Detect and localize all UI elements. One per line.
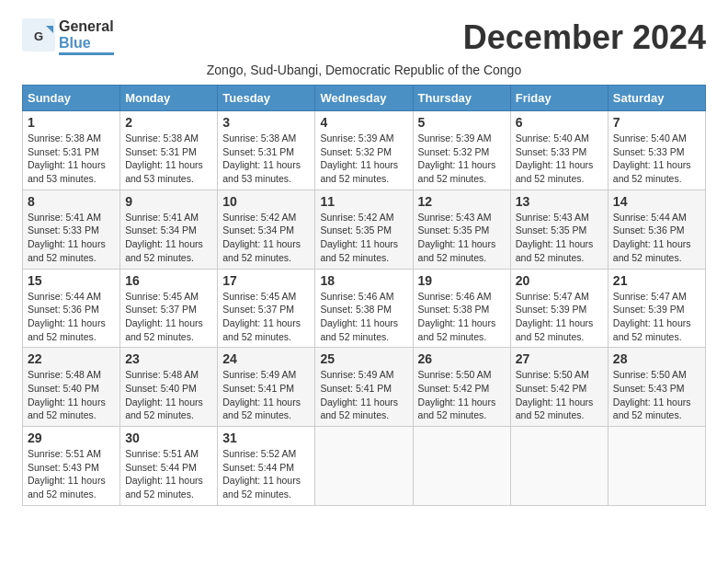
day-number: 10	[222, 194, 310, 209]
month-title: December 2024	[463, 18, 706, 57]
table-row: 12Sunrise: 5:43 AMSunset: 5:35 PMDayligh…	[413, 190, 510, 269]
table-row: 28Sunrise: 5:50 AMSunset: 5:43 PMDayligh…	[608, 348, 705, 427]
day-info: Sunrise: 5:45 AMSunset: 5:37 PMDaylight:…	[222, 290, 310, 344]
calendar-week-row: 8Sunrise: 5:41 AMSunset: 5:33 PMDaylight…	[23, 190, 706, 269]
day-info: Sunrise: 5:41 AMSunset: 5:33 PMDaylight:…	[28, 211, 115, 265]
table-row	[315, 427, 413, 506]
table-row: 4Sunrise: 5:39 AMSunset: 5:32 PMDaylight…	[315, 111, 413, 190]
day-info: Sunrise: 5:43 AMSunset: 5:35 PMDaylight:…	[418, 211, 506, 265]
table-row	[413, 427, 510, 506]
day-number: 18	[320, 273, 407, 288]
table-row: 5Sunrise: 5:39 AMSunset: 5:32 PMDaylight…	[413, 111, 510, 190]
table-row: 30Sunrise: 5:51 AMSunset: 5:44 PMDayligh…	[120, 427, 218, 506]
calendar-header-row: Sunday Monday Tuesday Wednesday Thursday…	[23, 86, 706, 111]
day-info: Sunrise: 5:46 AMSunset: 5:38 PMDaylight:…	[418, 290, 506, 344]
day-info: Sunrise: 5:50 AMSunset: 5:42 PMDaylight:…	[516, 368, 603, 422]
day-number: 3	[222, 115, 310, 130]
day-number: 13	[516, 194, 603, 209]
table-row: 3Sunrise: 5:38 AMSunset: 5:31 PMDaylight…	[218, 111, 315, 190]
day-info: Sunrise: 5:39 AMSunset: 5:32 PMDaylight:…	[320, 132, 407, 186]
page-header: G General Blue December 2024	[22, 18, 706, 57]
calendar-week-row: 15Sunrise: 5:44 AMSunset: 5:36 PMDayligh…	[23, 269, 706, 348]
day-info: Sunrise: 5:43 AMSunset: 5:35 PMDaylight:…	[516, 211, 603, 265]
day-info: Sunrise: 5:45 AMSunset: 5:37 PMDaylight:…	[125, 290, 212, 344]
day-number: 31	[222, 431, 310, 445]
day-info: Sunrise: 5:49 AMSunset: 5:41 PMDaylight:…	[222, 368, 310, 422]
col-saturday: Saturday	[608, 86, 705, 111]
day-info: Sunrise: 5:42 AMSunset: 5:35 PMDaylight:…	[320, 211, 407, 265]
col-wednesday: Wednesday	[315, 86, 413, 111]
day-number: 15	[28, 273, 115, 288]
day-info: Sunrise: 5:51 AMSunset: 5:43 PMDaylight:…	[28, 447, 115, 501]
table-row	[608, 427, 705, 506]
table-row: 20Sunrise: 5:47 AMSunset: 5:39 PMDayligh…	[510, 269, 608, 348]
day-number: 4	[320, 115, 407, 130]
day-number: 20	[516, 273, 603, 288]
day-info: Sunrise: 5:42 AMSunset: 5:34 PMDaylight:…	[222, 211, 310, 265]
table-row: 1Sunrise: 5:38 AMSunset: 5:31 PMDaylight…	[23, 111, 120, 190]
table-row: 11Sunrise: 5:42 AMSunset: 5:35 PMDayligh…	[315, 190, 413, 269]
day-info: Sunrise: 5:50 AMSunset: 5:42 PMDaylight:…	[418, 368, 506, 422]
day-number: 17	[222, 273, 310, 288]
logo-line2: Blue	[59, 35, 114, 52]
table-row: 25Sunrise: 5:49 AMSunset: 5:41 PMDayligh…	[315, 348, 413, 427]
day-number: 1	[28, 115, 115, 130]
table-row: 29Sunrise: 5:51 AMSunset: 5:43 PMDayligh…	[23, 427, 120, 506]
day-info: Sunrise: 5:48 AMSunset: 5:40 PMDaylight:…	[125, 368, 212, 422]
day-number: 9	[125, 194, 212, 209]
day-info: Sunrise: 5:47 AMSunset: 5:39 PMDaylight:…	[613, 290, 700, 344]
day-number: 12	[418, 194, 506, 209]
table-row: 9Sunrise: 5:41 AMSunset: 5:34 PMDaylight…	[120, 190, 218, 269]
day-info: Sunrise: 5:40 AMSunset: 5:33 PMDaylight:…	[613, 132, 700, 186]
table-row: 7Sunrise: 5:40 AMSunset: 5:33 PMDaylight…	[608, 111, 705, 190]
calendar-table: Sunday Monday Tuesday Wednesday Thursday…	[22, 85, 706, 506]
day-info: Sunrise: 5:49 AMSunset: 5:41 PMDaylight:…	[320, 368, 407, 422]
day-info: Sunrise: 5:48 AMSunset: 5:40 PMDaylight:…	[28, 368, 115, 422]
table-row: 8Sunrise: 5:41 AMSunset: 5:33 PMDaylight…	[23, 190, 120, 269]
day-number: 5	[418, 115, 506, 130]
day-info: Sunrise: 5:38 AMSunset: 5:31 PMDaylight:…	[125, 132, 212, 186]
table-row: 19Sunrise: 5:46 AMSunset: 5:38 PMDayligh…	[413, 269, 510, 348]
day-number: 11	[320, 194, 407, 209]
day-info: Sunrise: 5:40 AMSunset: 5:33 PMDaylight:…	[516, 132, 603, 186]
day-number: 30	[125, 431, 212, 445]
table-row: 27Sunrise: 5:50 AMSunset: 5:42 PMDayligh…	[510, 348, 608, 427]
table-row: 13Sunrise: 5:43 AMSunset: 5:35 PMDayligh…	[510, 190, 608, 269]
day-number: 22	[28, 351, 115, 366]
table-row: 17Sunrise: 5:45 AMSunset: 5:37 PMDayligh…	[218, 269, 315, 348]
table-row: 2Sunrise: 5:38 AMSunset: 5:31 PMDaylight…	[120, 111, 218, 190]
day-number: 16	[125, 273, 212, 288]
day-info: Sunrise: 5:44 AMSunset: 5:36 PMDaylight:…	[28, 290, 115, 344]
table-row: 6Sunrise: 5:40 AMSunset: 5:33 PMDaylight…	[510, 111, 608, 190]
day-info: Sunrise: 5:46 AMSunset: 5:38 PMDaylight:…	[320, 290, 407, 344]
col-monday: Monday	[120, 86, 218, 111]
day-info: Sunrise: 5:52 AMSunset: 5:44 PMDaylight:…	[222, 447, 310, 501]
day-number: 28	[613, 351, 700, 366]
day-info: Sunrise: 5:41 AMSunset: 5:34 PMDaylight:…	[125, 211, 212, 265]
table-row: 16Sunrise: 5:45 AMSunset: 5:37 PMDayligh…	[120, 269, 218, 348]
table-row: 24Sunrise: 5:49 AMSunset: 5:41 PMDayligh…	[218, 348, 315, 427]
day-number: 6	[516, 115, 603, 130]
logo-line1: General	[59, 18, 114, 35]
day-number: 7	[613, 115, 700, 130]
table-row: 15Sunrise: 5:44 AMSunset: 5:36 PMDayligh…	[23, 269, 120, 348]
day-number: 23	[125, 351, 212, 366]
day-number: 14	[613, 194, 700, 209]
day-number: 2	[125, 115, 212, 130]
day-number: 8	[28, 194, 115, 209]
table-row: 31Sunrise: 5:52 AMSunset: 5:44 PMDayligh…	[218, 427, 315, 506]
table-row: 21Sunrise: 5:47 AMSunset: 5:39 PMDayligh…	[608, 269, 705, 348]
col-tuesday: Tuesday	[218, 86, 315, 111]
col-friday: Friday	[510, 86, 608, 111]
calendar-week-row: 29Sunrise: 5:51 AMSunset: 5:43 PMDayligh…	[23, 427, 706, 506]
logo: G General Blue	[22, 18, 114, 55]
table-row	[510, 427, 608, 506]
table-row: 18Sunrise: 5:46 AMSunset: 5:38 PMDayligh…	[315, 269, 413, 348]
day-number: 25	[320, 351, 407, 366]
logo-underline	[59, 52, 114, 55]
day-number: 21	[613, 273, 700, 288]
day-info: Sunrise: 5:39 AMSunset: 5:32 PMDaylight:…	[418, 132, 506, 186]
day-info: Sunrise: 5:50 AMSunset: 5:43 PMDaylight:…	[613, 368, 700, 422]
day-number: 26	[418, 351, 506, 366]
table-row: 26Sunrise: 5:50 AMSunset: 5:42 PMDayligh…	[413, 348, 510, 427]
